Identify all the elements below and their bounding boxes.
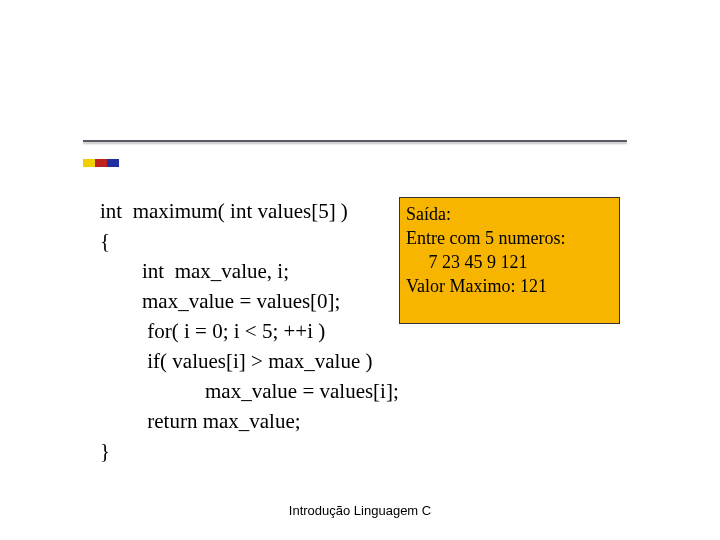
section-divider xyxy=(83,140,627,142)
accent-bar xyxy=(83,159,119,167)
output-line: Entre com 5 numeros: xyxy=(406,226,613,250)
accent-blue xyxy=(107,159,119,167)
output-line: 7 23 45 9 121 xyxy=(406,250,613,274)
output-line: Valor Maximo: 121 xyxy=(406,274,613,298)
code-line: if( values[i] > max_value ) xyxy=(100,346,620,376)
code-line: max_value = values[i]; xyxy=(100,376,620,406)
code-line: return max_value; xyxy=(100,406,620,436)
accent-red xyxy=(95,159,107,167)
footer-text: Introdução Linguagem C xyxy=(0,503,720,518)
accent-yellow xyxy=(83,159,95,167)
output-line: Saída: xyxy=(406,202,613,226)
code-line: } xyxy=(100,436,620,466)
output-box: Saída: Entre com 5 numeros: 7 23 45 9 12… xyxy=(399,197,620,324)
